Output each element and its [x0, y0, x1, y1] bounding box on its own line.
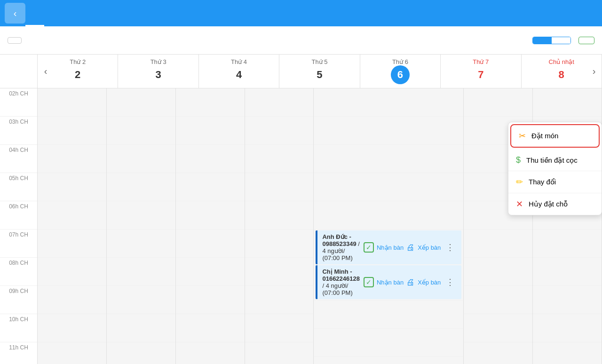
day-cell-1-1[interactable] [107, 117, 175, 145]
day-cell-4-8[interactable] [314, 357, 463, 364]
day-cell-2-2[interactable] [176, 145, 245, 173]
menu-item-thay-doi[interactable]: ✏Thay đổi [508, 171, 602, 193]
more-button-0[interactable]: ⋮ [444, 241, 457, 254]
day-cell-5-9[interactable] [464, 342, 532, 364]
day-cell-2-3[interactable] [176, 173, 245, 201]
day-cell-0-1[interactable] [38, 117, 106, 145]
day-cell-0-3[interactable] [38, 173, 106, 201]
time-slot-4: 06h CH [0, 201, 37, 229]
day-name: Thứ 7 [443, 58, 519, 65]
prev-week-button[interactable]: ‹ [39, 64, 53, 79]
day-cell-3-4[interactable] [245, 201, 314, 229]
day-cell-6-7[interactable] [533, 286, 602, 314]
day-number: 8 [552, 65, 571, 84]
day-cell-1-5[interactable] [107, 229, 175, 258]
day-cell-5-5[interactable] [464, 229, 532, 258]
day-cell-6-5[interactable] [533, 229, 602, 258]
time-slot-7: 09h CH [0, 286, 37, 314]
day-cell-2-9[interactable] [176, 342, 245, 364]
booking-row-0[interactable]: Anh Đức - 0988523349 / 4 người/ (07:00 P… [316, 230, 461, 264]
day-cell-3-7[interactable] [245, 286, 314, 314]
day-cell-5-0[interactable] [464, 88, 532, 117]
tab-khach-sap-den[interactable] [63, 0, 82, 26]
day-cell-1-9[interactable] [107, 342, 175, 364]
day-cell-5-7[interactable] [464, 286, 532, 314]
day-cell-4-2[interactable] [314, 145, 463, 173]
back-button[interactable]: ‹ [5, 3, 25, 24]
month-view-button[interactable] [552, 37, 570, 44]
day-cell-4-7[interactable] [314, 329, 463, 357]
day-cell-0-9[interactable] [38, 342, 106, 364]
day-cell-2-7[interactable] [176, 286, 245, 314]
day-number: 2 [68, 65, 87, 84]
day-cell-4-0[interactable] [314, 88, 463, 117]
day-header-3[interactable]: Thứ 55 [279, 55, 360, 88]
day-cell-1-4[interactable] [107, 201, 175, 229]
day-cell-0-5[interactable] [38, 229, 106, 258]
check-icon-1[interactable]: ✓ [364, 277, 374, 287]
xep-ban-button-1[interactable]: Xếp bàn [418, 279, 441, 286]
day-cell-2-5[interactable] [176, 229, 245, 258]
check-icon-0[interactable]: ✓ [364, 242, 374, 253]
nhan-ban-button-0[interactable]: Nhận bàn [377, 244, 404, 251]
day-cell-1-6[interactable] [107, 258, 175, 286]
day-cell-2-8[interactable] [176, 314, 245, 342]
day-cell-3-1[interactable] [245, 117, 314, 145]
day-cell-2-4[interactable] [176, 201, 245, 229]
day-cell-1-7[interactable] [107, 286, 175, 314]
week-view-button[interactable] [533, 37, 552, 44]
day-cell-0-2[interactable] [38, 145, 106, 173]
day-cell-1-8[interactable] [107, 314, 175, 342]
day-cell-4-5[interactable]: Anh Đức - 0988523349 / 4 người/ (07:00 P… [314, 230, 463, 301]
day-col-3 [245, 88, 314, 364]
day-cell-0-6[interactable] [38, 258, 106, 286]
booking-row-1[interactable]: Chị Minh - 01662246128 / 4 người/ (07:00… [316, 265, 461, 299]
day-cell-3-3[interactable] [245, 173, 314, 201]
day-cell-4-4[interactable] [314, 201, 463, 229]
day-cell-0-0[interactable] [38, 88, 106, 117]
day-cell-6-9[interactable] [533, 342, 602, 364]
day-header-1[interactable]: Thứ 33 [118, 55, 198, 88]
day-cell-3-5[interactable] [245, 229, 314, 258]
day-cell-3-6[interactable] [245, 258, 314, 286]
add-booking-button[interactable] [578, 37, 594, 44]
more-button-1[interactable]: ⋮ [444, 276, 457, 289]
day-cell-5-8[interactable] [464, 314, 532, 342]
day-cell-1-0[interactable] [107, 88, 175, 117]
today-button[interactable] [8, 37, 22, 44]
day-cell-2-0[interactable] [176, 88, 245, 117]
day-header-5[interactable]: Thứ 77 [441, 55, 521, 88]
day-cell-0-4[interactable] [38, 201, 106, 229]
menu-item-dat-mon[interactable]: ✂Đặt món [510, 124, 600, 148]
day-cell-6-8[interactable] [533, 314, 602, 342]
day-cell-4-6[interactable] [314, 301, 463, 329]
next-week-button[interactable]: › [587, 64, 601, 79]
tab-so-dat-cho[interactable] [25, 0, 44, 26]
day-cell-3-2[interactable] [245, 145, 314, 173]
day-cell-1-3[interactable] [107, 173, 175, 201]
day-number: 6 [391, 65, 410, 84]
day-cell-3-0[interactable] [245, 88, 314, 117]
day-cell-0-7[interactable] [38, 286, 106, 314]
time-slot-1: 03h CH [0, 117, 37, 145]
day-cell-4-3[interactable] [314, 173, 463, 201]
day-cell-1-2[interactable] [107, 145, 175, 173]
day-header-2[interactable]: Thứ 44 [199, 55, 279, 88]
day-cell-3-8[interactable] [245, 314, 314, 342]
calendar-header: ‹ Thứ 22Thứ 33Thứ 44Thứ 55Thứ 66Thứ 77Ch… [0, 55, 602, 88]
menu-item-huy-dat-cho[interactable]: ✕Hủy đặt chỗ [508, 193, 602, 215]
day-cell-2-6[interactable] [176, 258, 245, 286]
tab-cho-xep-ban[interactable] [44, 0, 63, 26]
xep-ban-button-0[interactable]: Xếp bàn [418, 244, 441, 251]
time-slot-0: 02h CH [0, 88, 37, 117]
day-cell-6-6[interactable] [533, 258, 602, 286]
day-cell-2-1[interactable] [176, 117, 245, 145]
day-cell-5-6[interactable] [464, 258, 532, 286]
day-cell-3-9[interactable] [245, 342, 314, 364]
day-cell-0-8[interactable] [38, 314, 106, 342]
day-cell-4-1[interactable] [314, 117, 463, 145]
menu-item-thu-tien[interactable]: $Thu tiền đặt cọc [508, 150, 602, 171]
day-header-4[interactable]: Thứ 66 [360, 55, 441, 88]
nhan-ban-button-1[interactable]: Nhận bàn [377, 279, 404, 286]
day-cell-6-0[interactable] [533, 88, 602, 117]
